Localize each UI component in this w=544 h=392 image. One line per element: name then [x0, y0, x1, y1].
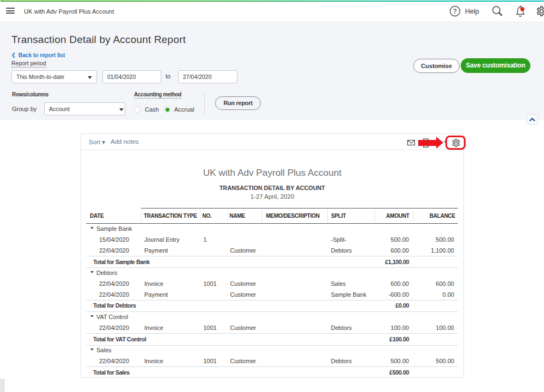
svg-text:?: ?: [453, 8, 457, 15]
